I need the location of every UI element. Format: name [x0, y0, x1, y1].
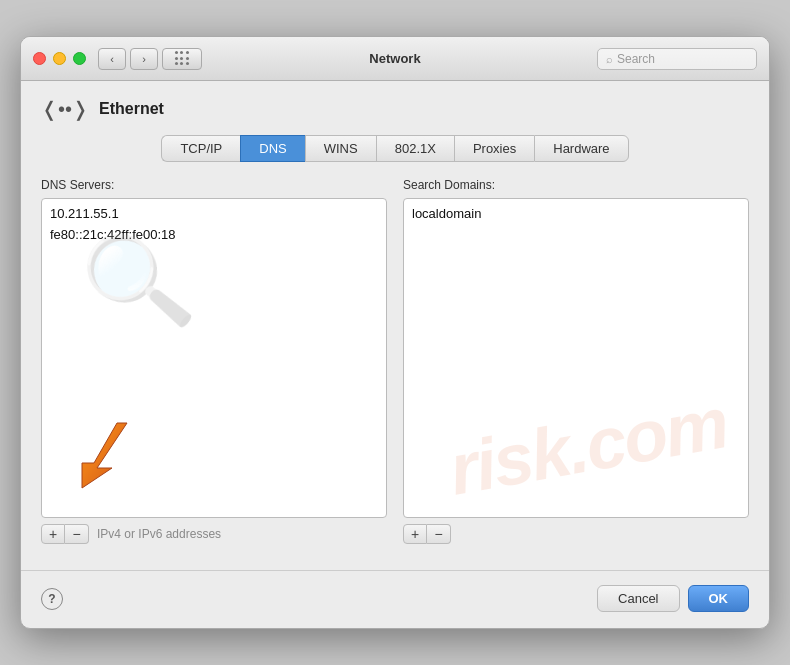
dns-remove-button[interactable]: − [65, 524, 89, 544]
dns-servers-label: DNS Servers: [41, 178, 387, 192]
tab-wins[interactable]: WINS [305, 135, 376, 162]
domain-remove-button[interactable]: − [427, 524, 451, 544]
traffic-lights [33, 52, 86, 65]
network-window: ‹ › Network ⌕ Search ❬••❭ Ethernet TCP [20, 36, 770, 629]
tab-hardware[interactable]: Hardware [534, 135, 628, 162]
ethernet-label: Ethernet [99, 100, 164, 118]
footer: ? Cancel OK [21, 570, 769, 628]
tab-proxies[interactable]: Proxies [454, 135, 534, 162]
ethernet-icon: ❬••❭ [41, 97, 89, 121]
window-title: Network [369, 51, 420, 66]
content-area: ❬••❭ Ethernet TCP/IP DNS WINS 802.1X Pro… [21, 81, 769, 560]
search-domains-list[interactable]: risk.com localdomain [403, 198, 749, 518]
dns-hint: IPv4 or IPv6 addresses [97, 527, 221, 541]
search-placeholder: Search [617, 52, 655, 66]
tab-tcpip[interactable]: TCP/IP [161, 135, 240, 162]
dns-servers-list[interactable]: 🔍 10.211.55.1 fe80::21c:42ff:fe00:18 [41, 198, 387, 518]
tab-8021x[interactable]: 802.1X [376, 135, 454, 162]
dns-server-item-2[interactable]: fe80::21c:42ff:fe00:18 [42, 224, 386, 245]
search-icon: ⌕ [606, 53, 613, 65]
search-domains-controls: + − [403, 524, 749, 544]
forward-button[interactable]: › [130, 48, 158, 70]
dns-server-item-1[interactable]: 10.211.55.1 [42, 203, 386, 224]
dns-main: DNS Servers: 🔍 10.211.55.1 fe80::21c:42f… [41, 178, 749, 544]
grid-button[interactable] [162, 48, 202, 70]
close-button[interactable] [33, 52, 46, 65]
footer-actions: Cancel OK [597, 585, 749, 612]
search-domain-item-1[interactable]: localdomain [404, 203, 748, 224]
search-domains-panel: Search Domains: risk.com localdomain + − [403, 178, 749, 544]
dns-add-button[interactable]: + [41, 524, 65, 544]
back-button[interactable]: ‹ [98, 48, 126, 70]
search-bar[interactable]: ⌕ Search [597, 48, 757, 70]
ok-button[interactable]: OK [688, 585, 750, 612]
dns-servers-controls: + − IPv4 or IPv6 addresses [41, 524, 387, 544]
cancel-button[interactable]: Cancel [597, 585, 679, 612]
minimize-button[interactable] [53, 52, 66, 65]
dns-servers-panel: DNS Servers: 🔍 10.211.55.1 fe80::21c:42f… [41, 178, 387, 544]
domain-add-button[interactable]: + [403, 524, 427, 544]
nav-buttons: ‹ › [98, 48, 158, 70]
maximize-button[interactable] [73, 52, 86, 65]
tab-dns[interactable]: DNS [240, 135, 304, 162]
search-domains-label: Search Domains: [403, 178, 749, 192]
tabs-container: TCP/IP DNS WINS 802.1X Proxies Hardware [41, 135, 749, 162]
title-bar: ‹ › Network ⌕ Search [21, 37, 769, 81]
help-button[interactable]: ? [41, 588, 63, 610]
ethernet-header: ❬••❭ Ethernet [41, 97, 749, 121]
arrow-indicator [62, 413, 142, 497]
svg-marker-0 [82, 423, 127, 488]
